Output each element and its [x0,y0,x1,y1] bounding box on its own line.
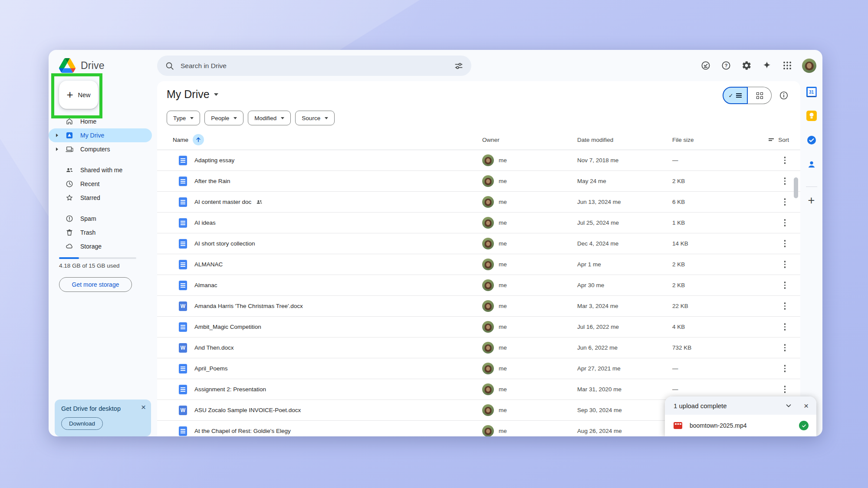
more-options-button[interactable] [783,342,788,354]
close-toast-icon[interactable]: × [804,402,809,410]
sidebar-item-starred[interactable]: Starred [49,191,152,205]
owner-label: me [499,365,507,372]
word-file-icon: W [179,301,187,311]
collapse-toast-icon[interactable] [785,402,792,409]
sidebar-item-spam[interactable]: Spam [49,212,152,226]
more-options-button[interactable] [783,300,788,312]
filter-chip-people[interactable]: People [204,111,243,125]
file-size: 2 KB [672,178,755,184]
sidebar-item-storage[interactable]: Storage [49,239,152,253]
avatar[interactable] [802,59,816,73]
new-button[interactable]: + New [59,81,98,109]
more-options-button[interactable] [783,279,788,291]
file-name: Almanac [194,282,217,288]
chevron-down-icon [325,117,328,119]
filter-chip-type[interactable]: Type [167,111,200,125]
sidebar-item-shared-with-me[interactable]: Shared with me [49,163,152,177]
owner-label: me [499,407,507,413]
file-name: ALMANAC [194,261,223,268]
sort-ascending-button[interactable] [193,134,204,145]
filter-chip-label: Type [173,115,186,121]
contacts-icon[interactable] [806,159,817,171]
plus-icon[interactable]: + [808,195,815,206]
sidebar-item-label: Shared with me [80,167,122,174]
table-row[interactable]: AI content master doc me Jun 13, 2024 me… [157,192,800,213]
more-options-button[interactable] [783,383,788,396]
table-row[interactable]: April_Poems me Apr 27, 2021 me — [157,358,800,379]
sidebar-item-label: Computers [80,146,110,153]
table-row[interactable]: W Amanda Harris 'The Christmas Tree'.doc… [157,296,800,317]
owner-label: me [499,157,507,164]
google-doc-icon [179,197,187,207]
advanced-search-icon[interactable] [454,61,464,71]
more-options-button[interactable] [783,196,788,208]
table-row[interactable]: ALMANAC me Apr 1 me 2 KB [157,254,800,275]
date-modified: Dec 4, 2024 me [577,240,672,247]
column-date-modified[interactable]: Date modified [577,137,672,143]
promo-close-icon[interactable]: × [141,403,146,412]
table-row[interactable]: W And Then.docx me Jun 6, 2022 me 732 KB [157,337,800,358]
offline-status-icon[interactable] [700,60,711,71]
more-options-button[interactable] [783,238,788,250]
date-modified: Apr 1 me [577,261,672,268]
more-options-button[interactable] [783,259,788,271]
sidebar-item-computers[interactable]: Computers [49,142,152,156]
google-doc-icon [179,385,187,394]
sidebar-item-recent[interactable]: Recent [49,177,152,191]
tasks-icon[interactable] [806,135,817,147]
keep-icon[interactable] [806,111,817,121]
file-name: Assignment 2: Presentation [194,386,266,393]
owner-avatar [482,425,494,436]
owner-avatar [482,279,494,291]
table-row[interactable]: AI short story collection me Dec 4, 2024… [157,233,800,254]
owner-label: me [499,428,507,434]
gemini-icon[interactable] [761,60,773,71]
search-icon [165,61,174,71]
file-name: At the Chapel of Rest: Goldie's Elegy [194,428,291,434]
table-row[interactable]: AI ideas me Jul 25, 2024 me 1 KB [157,213,800,233]
owner-avatar [482,238,494,249]
owner-avatar [482,217,494,229]
uploaded-file-row[interactable]: boomtown-2025.mp4 [665,415,816,436]
calendar-icon[interactable]: 31 [806,87,817,97]
grid-view-button[interactable] [748,87,772,104]
filter-chip-source[interactable]: Source [295,111,335,125]
file-size: 22 KB [672,303,755,309]
video-file-icon [674,422,682,429]
search-bar[interactable] [157,56,471,76]
owner-avatar [482,321,494,333]
more-options-button[interactable] [783,363,788,375]
details-button[interactable] [779,91,789,102]
settings-icon[interactable] [741,60,752,71]
get-more-storage-button[interactable]: Get more storage [59,277,132,292]
more-options-button[interactable] [783,175,788,187]
sidebar-item-trash[interactable]: Trash [49,226,152,239]
more-options-button[interactable] [783,217,788,229]
column-name[interactable]: Name [173,137,188,143]
download-button[interactable]: Download [61,417,103,430]
apps-grid-icon[interactable] [782,60,793,71]
owner-avatar [482,363,494,374]
more-options-button[interactable] [783,321,788,333]
help-icon[interactable]: ? [720,60,732,71]
table-row[interactable]: Adapting essay me Nov 7, 2018 me — [157,150,800,171]
scrollbar-thumb[interactable] [794,177,798,198]
table-row[interactable]: After the Rain me May 24 me 2 KB [157,171,800,192]
search-input[interactable] [181,62,454,70]
filter-chip-label: People [211,115,229,121]
content-area: My Drive ✓ Type People Modified Source [157,81,800,436]
more-options-button[interactable] [783,154,788,167]
page-title[interactable]: My Drive [167,88,218,101]
sort-control[interactable]: Sort [755,137,800,143]
sidebar-item-home[interactable]: Home [49,115,152,128]
expand-arrow-icon[interactable] [56,147,65,151]
list-view-button[interactable]: ✓ [723,87,748,104]
expand-arrow-icon[interactable] [56,134,65,137]
sidebar-item-my-drive[interactable]: My Drive [49,128,152,142]
highlight-box: + New [51,73,102,118]
column-file-size[interactable]: File size [672,137,755,143]
table-row[interactable]: Almanac me Apr 30 me 2 KB [157,275,800,296]
table-row[interactable]: Ambit_Magic Competition me Jul 16, 2022 … [157,317,800,337]
column-owner[interactable]: Owner [482,137,577,143]
filter-chip-modified[interactable]: Modified [248,111,291,125]
